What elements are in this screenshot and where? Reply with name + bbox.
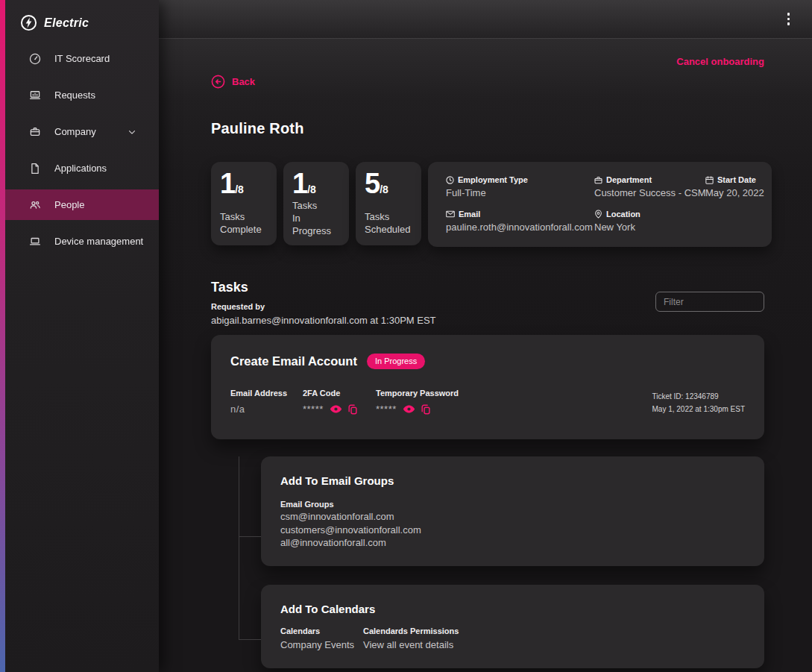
connector-line bbox=[239, 456, 239, 640]
stat-value: 1/8 bbox=[292, 169, 340, 199]
reveal-eye-icon[interactable] bbox=[330, 405, 342, 413]
content-area: Cancel onboarding Back Pauline Roth 1/8 … bbox=[159, 39, 812, 671]
sidebar-item-people[interactable]: People bbox=[5, 189, 159, 220]
filter-input[interactable] bbox=[655, 292, 764, 312]
masked-value: ***** bbox=[303, 403, 324, 415]
cancel-row: Cancel onboarding bbox=[211, 39, 764, 68]
top-bar bbox=[159, 0, 812, 39]
sidebar-item-label: IT Scorecard bbox=[54, 53, 110, 64]
task-card-create-email-account: Create Email Account In Progress Email A… bbox=[211, 335, 764, 439]
calendars-row: Calendars Company Events Calendards Perm… bbox=[280, 627, 745, 650]
field-email-address: Email Address n/a bbox=[230, 389, 303, 415]
copy-icon[interactable] bbox=[421, 404, 430, 415]
masked-value: ***** bbox=[376, 403, 397, 415]
sidebar-item-requests[interactable]: Requests bbox=[0, 80, 159, 110]
requested-by-value: abigail.barnes@innovationforall.com at 1… bbox=[211, 315, 436, 326]
profile-location: Location New York bbox=[594, 210, 705, 233]
laptop-icon bbox=[28, 235, 42, 248]
back-arrow-icon bbox=[211, 75, 225, 89]
subtask-title: Add To Email Groups bbox=[280, 474, 745, 487]
stat-label: TasksIn Progress bbox=[292, 199, 340, 237]
ticket-timestamp: May 1, 2022 at 1:30pm EST bbox=[652, 403, 745, 415]
email-group-item: all@innovationforall.com bbox=[280, 538, 745, 548]
requested-by-block: Requested by abigail.barnes@innovationfo… bbox=[211, 302, 436, 326]
field-2fa-code: 2FA Code ***** bbox=[303, 389, 376, 415]
document-icon bbox=[28, 162, 42, 175]
subtasks-wrap: Add To Email Groups Email Groups csm@inn… bbox=[211, 456, 764, 668]
tasks-meta-row: Requested by abigail.barnes@innovationfo… bbox=[211, 302, 764, 326]
gauge-icon bbox=[28, 52, 42, 66]
stat-value: 1/8 bbox=[220, 169, 268, 199]
sidebar-item-label: Company bbox=[54, 126, 96, 137]
ticket-meta: Ticket ID: 12346789 May 1, 2022 at 1:30p… bbox=[652, 389, 745, 415]
profile-info-card: Employment Type Full-Time Department Cus… bbox=[428, 162, 772, 247]
chevron-down-icon bbox=[127, 127, 137, 137]
sidebar-accent-stripe bbox=[0, 0, 5, 672]
stat-label: TasksScheduled bbox=[365, 210, 412, 236]
profile-employment-type: Employment Type Full-Time bbox=[446, 175, 594, 198]
sidebar-item-company[interactable]: Company bbox=[0, 116, 159, 147]
connector-line bbox=[239, 536, 261, 537]
briefcase-icon bbox=[594, 176, 602, 184]
task-title-row: Create Email Account In Progress bbox=[230, 354, 745, 369]
connector-line bbox=[239, 639, 261, 640]
subtask-title: Add To Calendars bbox=[280, 603, 745, 615]
task-card-add-to-email-groups: Add To Email Groups Email Groups csm@inn… bbox=[261, 456, 764, 566]
sidebar-item-label: Applications bbox=[54, 163, 107, 174]
profile-start-date: Start Date May 20, 2022 bbox=[705, 175, 764, 198]
back-button[interactable]: Back bbox=[211, 75, 255, 89]
lightning-bolt-icon bbox=[20, 14, 37, 31]
envelope-icon bbox=[446, 210, 455, 218]
sidebar-item-applications[interactable]: Applications bbox=[0, 153, 159, 183]
field-temporary-password: Temporary Password ***** bbox=[376, 389, 459, 415]
task-card-add-to-calendars: Add To Calendars Calendars Company Event… bbox=[261, 585, 764, 668]
task-fields: Email Address n/a 2FA Code ***** Tempora… bbox=[230, 389, 745, 415]
logo-label: Electric bbox=[44, 16, 89, 30]
sidebar-item-label: People bbox=[54, 199, 84, 210]
profile-email: Email pauline.roth@innovationforall.com bbox=[446, 210, 594, 233]
reveal-eye-icon[interactable] bbox=[403, 405, 415, 413]
status-badge: In Progress bbox=[367, 354, 425, 369]
main-area: Cancel onboarding Back Pauline Roth 1/8 … bbox=[159, 0, 812, 672]
ticket-id: Ticket ID: 12346789 bbox=[652, 390, 745, 403]
location-pin-icon bbox=[594, 210, 602, 219]
calendars-column: Calendars Company Events bbox=[280, 627, 363, 650]
briefcase-icon bbox=[28, 125, 42, 139]
cancel-onboarding-link[interactable]: Cancel onboarding bbox=[676, 56, 764, 67]
calendar-icon bbox=[705, 176, 714, 184]
requests-chart-icon bbox=[28, 89, 42, 102]
summary-cards-row: 1/8 TasksComplete 1/8 TasksIn Progress 5… bbox=[211, 162, 764, 247]
profile-department: Department Customer Success - CSM bbox=[594, 175, 705, 198]
sidebar: Electric IT Scorecard Requests Company bbox=[0, 0, 159, 672]
people-icon bbox=[28, 198, 42, 212]
email-groups-label: Email Groups bbox=[280, 500, 745, 509]
copy-icon[interactable] bbox=[348, 404, 357, 415]
sidebar-item-device-management[interactable]: Device management bbox=[0, 226, 159, 257]
email-group-item: csm@innovationforall.com bbox=[280, 512, 745, 522]
task-title: Create Email Account bbox=[230, 354, 357, 368]
back-label: Back bbox=[232, 76, 255, 87]
stat-card-tasks-in-progress: 1/8 TasksIn Progress bbox=[283, 162, 349, 245]
kebab-menu-icon[interactable] bbox=[784, 10, 793, 28]
sidebar-nav: IT Scorecard Requests Company Applicatio… bbox=[0, 43, 159, 257]
permissions-column: Calendards Permissions View all event de… bbox=[363, 627, 459, 650]
stat-card-tasks-scheduled: 5/8 TasksScheduled bbox=[356, 162, 421, 245]
back-row: Back bbox=[211, 75, 764, 92]
email-group-item: customers@innovationforall.com bbox=[280, 525, 745, 536]
stat-label: TasksComplete bbox=[220, 210, 268, 236]
electric-logo[interactable]: Electric bbox=[0, 0, 159, 31]
clock-icon bbox=[446, 176, 454, 184]
sidebar-item-it-scorecard[interactable]: IT Scorecard bbox=[0, 43, 159, 74]
page-title: Pauline Roth bbox=[211, 120, 764, 137]
requested-by-label: Requested by bbox=[211, 302, 436, 311]
stat-card-tasks-complete: 1/8 TasksComplete bbox=[211, 162, 277, 245]
sidebar-item-label: Requests bbox=[54, 90, 95, 101]
stat-value: 5/8 bbox=[365, 169, 412, 199]
sidebar-item-label: Device management bbox=[54, 236, 143, 247]
